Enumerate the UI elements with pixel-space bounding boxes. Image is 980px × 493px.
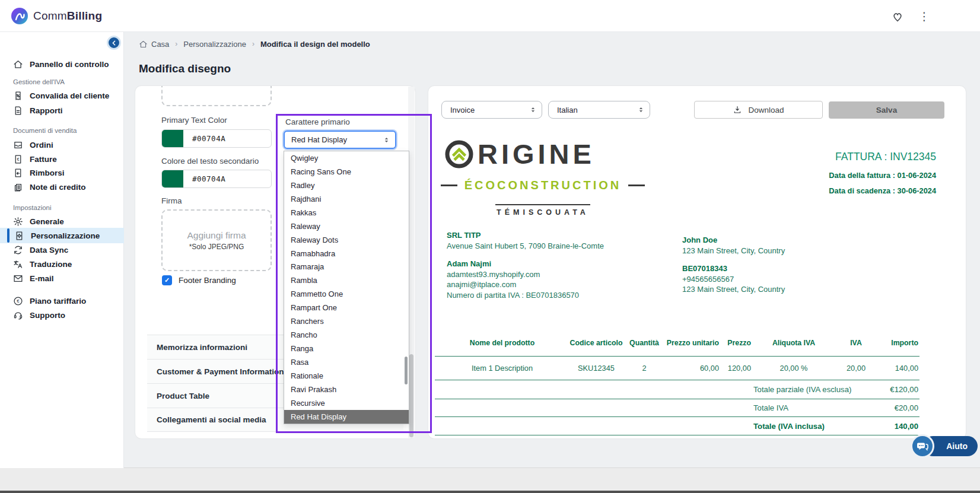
subtotal-label: Totale parziale (IVA esclusa) [753,385,851,394]
mail-gear-icon [13,273,23,284]
grand-total-label: Totale (IVA inclusa) [753,422,825,431]
font-option[interactable]: Racing Sans One [284,165,409,179]
sidebar-item-piano-tariffario[interactable]: Piano tariffario [0,293,124,308]
cell-sku: SKU12345 [569,356,623,380]
font-option[interactable]: Rampart One [284,301,409,314]
vat-total-row: Totale IVA €20,00 [435,399,919,417]
sidebar-item-label: Ordini [30,141,53,150]
accordion-label: Collegamenti ai social media [157,415,266,424]
document-type-select[interactable]: Invoice [441,101,542,119]
font-option[interactable]: Ranchers [284,314,409,328]
inbox-icon [13,140,23,150]
dash-decoration [628,185,645,186]
grand-total-row: Totale (IVA inclusa) 140,00 [435,417,919,435]
download-button[interactable]: Download [694,101,823,119]
font-option[interactable]: Rajdhani [284,192,409,206]
sidebar-item-data-sync[interactable]: Data Sync [0,242,124,257]
language-select[interactable]: Italian [548,101,650,119]
help-chat-icon-button[interactable] [911,434,934,458]
save-button[interactable]: Salva [829,101,944,119]
font-option[interactable]: Rationale [284,369,409,383]
chevron-left-icon [110,39,118,47]
cell-vat: 20,00 [835,356,877,380]
primary-color-value[interactable]: #00704A [192,134,225,143]
download-icon [733,105,742,114]
sidebar-item-rapporti[interactable]: Rapporti [0,103,124,118]
window-edge [0,491,980,493]
primary-color-swatch[interactable] [162,130,183,147]
file-lines-icon [13,106,23,116]
support-icon [13,310,23,320]
font-option[interactable]: Raleway [284,220,409,233]
font-option[interactable]: Rambla [284,273,409,287]
font-option[interactable]: Recursive [284,396,409,410]
stepper-icon [383,135,390,145]
footer-branding-label: Footer Branding [179,276,236,285]
app-logo[interactable]: CommBilling [11,7,102,25]
sidebar-collapse-button[interactable] [107,36,121,50]
sidebar-item-label: Supporto [30,311,65,320]
sidebar-item-personalizzazione[interactable]: Personalizzazione [0,228,124,243]
panel-scrollbar-thumb[interactable] [409,354,413,437]
sidebar-item-label: E-mail [30,274,54,283]
breadcrumb-section[interactable]: Personalizzazione [183,40,246,49]
breadcrumb: Casa › Personalizzazione › Modifica il d… [139,39,370,49]
seller-website: adamtest93.myshopify.com [447,270,540,279]
sidebar-section-title: Impostazioni [13,204,52,211]
primary-color-field[interactable]: #00704A [161,129,272,148]
invoice-number: FATTURA : INV12345 [835,151,936,163]
secondary-color-label: Colore del testo secondario [161,157,259,166]
footer-branding-checkbox[interactable]: ✓ [162,275,172,285]
cell-product: Item 1 Description [435,356,569,380]
font-option-selected[interactable]: Red Hat Display [284,410,409,424]
heart-icon[interactable] [891,10,904,23]
secondary-color-swatch[interactable] [162,170,183,187]
font-list-scrollbar-thumb[interactable] [405,357,408,384]
sidebar-item-ordini[interactable]: Ordini [0,137,124,152]
font-option[interactable]: Ravi Prakash [284,383,409,396]
font-option[interactable]: Qwigley [284,151,409,165]
receipt-percent-icon [13,91,23,101]
signature-upload-box[interactable]: Aggiungi firma *Solo JPEG/PNG [161,209,272,271]
sidebar-item-supporto[interactable]: Supporto [0,307,124,323]
sidebar-item-generale[interactable]: Generale [0,214,124,229]
sidebar-item-traduzione[interactable]: Traduzione [0,256,124,272]
sidebar-item-email[interactable]: E-mail [0,271,124,286]
sync-icon [13,245,23,255]
cell-price: 120,00 [720,356,752,380]
kebab-menu-icon[interactable]: ⋮ [918,10,931,23]
invoice-table: Nome del prodotto Codice articolo Quanti… [435,330,919,380]
font-option[interactable]: Rasa [284,355,409,369]
col-vat: IVA [835,330,877,356]
font-option[interactable]: Ranga [284,342,409,355]
home-icon [13,59,23,69]
font-option[interactable]: Rammetto One [284,287,409,301]
sidebar-item-label: Pannello di controllo [30,60,109,69]
stepper-icon [529,105,537,114]
font-option[interactable]: Rancho [284,328,409,342]
sidebar-item-label: Convalida del cliente [30,91,109,100]
font-option[interactable]: Ramaraja [284,260,409,274]
primary-color-label: Primary Text Color [161,116,227,125]
font-option[interactable]: Rakkas [284,206,409,220]
seller-email: anajmi@itplace.com [447,280,516,289]
gear-icon [13,217,23,227]
font-option[interactable]: Ramabhadra [284,247,409,260]
sidebar-item-dashboard[interactable]: Pannello di controllo [0,56,124,72]
sidebar-item-rimborsi[interactable]: Rimborsi [0,165,124,180]
font-option[interactable]: Raleway Dots [284,233,409,247]
font-option[interactable]: Radley [284,179,409,192]
breadcrumb-home[interactable]: Casa [151,40,169,49]
sidebar-item-convalida[interactable]: Convalida del cliente [0,88,124,103]
buyer-vat: BE07018343 [682,264,727,273]
logo-upload-box[interactable] [161,86,272,106]
chat-bubbles-icon [915,439,930,453]
download-label: Download [748,106,784,114]
secondary-color-value[interactable]: #00704A [192,174,225,183]
font-picker-select[interactable]: Red Hat Display [284,131,396,149]
secondary-color-field[interactable]: #00704A [161,170,272,188]
sidebar-item-label: Note di credito [30,183,86,192]
sidebar-item-note-credito[interactable]: Note di credito [0,179,124,195]
seller-company: SRL TITP [447,231,481,240]
footer-branding-row[interactable]: ✓ Footer Branding [162,275,236,285]
